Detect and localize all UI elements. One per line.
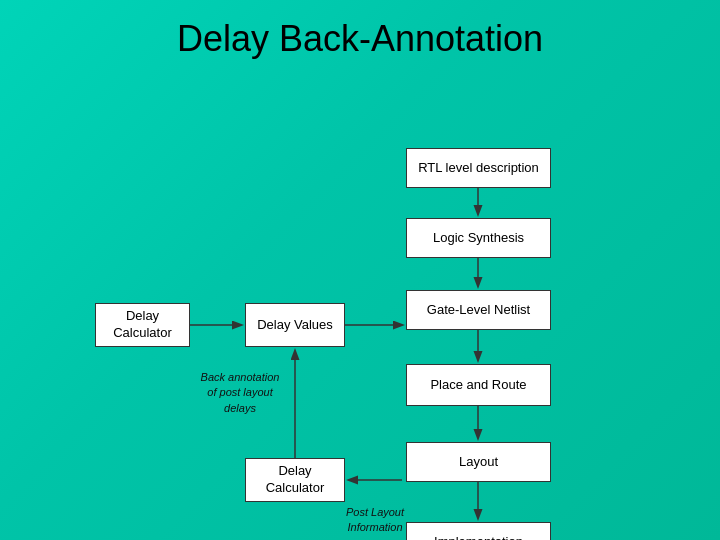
delay-values-box: Delay Values	[245, 303, 345, 347]
logic-synthesis-box: Logic Synthesis	[406, 218, 551, 258]
rtl-box: RTL level description	[406, 148, 551, 188]
implementation-box: Implementation	[406, 522, 551, 540]
post-layout-label: Post Layout Information	[330, 505, 420, 536]
page-title: Delay Back-Annotation	[0, 0, 720, 70]
back-annotation-label: Back annotation of post layout delays	[195, 370, 285, 416]
delay-calc-top-box: Delay Calculator	[95, 303, 190, 347]
place-route-box: Place and Route	[406, 364, 551, 406]
delay-calc-bottom-box: Delay Calculator	[245, 458, 345, 502]
layout-box: Layout	[406, 442, 551, 482]
gate-netlist-box: Gate-Level Netlist	[406, 290, 551, 330]
